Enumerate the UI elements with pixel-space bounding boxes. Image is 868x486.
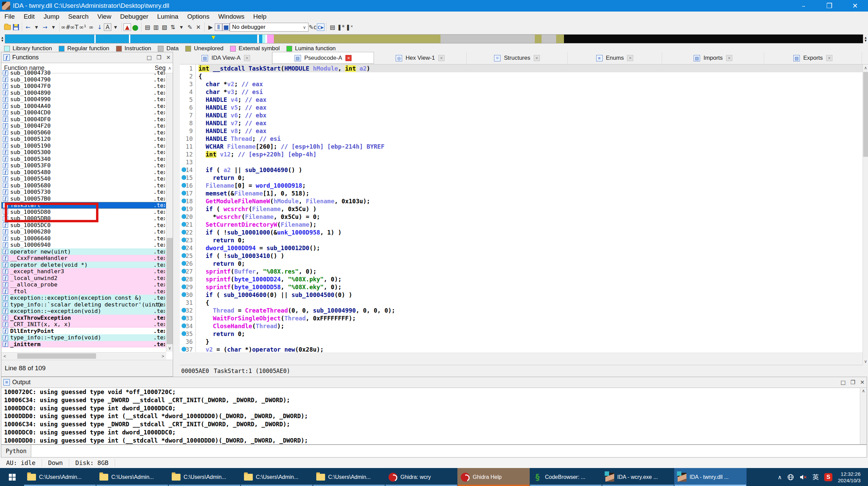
continue-icon[interactable]: c▸ <box>317 23 324 31</box>
scrollbar-thumb[interactable] <box>167 238 173 344</box>
taskbar-item-c-users-admin-[interactable]: C:\Users\Admin... <box>241 468 313 486</box>
menu-item-lumina[interactable]: Lumina <box>153 12 183 21</box>
function-row[interactable]: ftype_info::~type_info(void).tex <box>1 334 166 341</box>
code-line[interactable]: 34 CloseHandle(Thread); <box>180 322 863 330</box>
tab-close-icon[interactable]: ✕ <box>345 55 352 61</box>
function-row[interactable]: fsub_10006280.tex <box>1 228 166 235</box>
debugger-select[interactable]: No debugger ∨ <box>230 23 308 32</box>
code-line[interactable]: 5 HANDLE v4; // eax <box>180 96 863 104</box>
breakpoint-list-icon[interactable]: ❚* <box>337 23 345 32</box>
undefine-icon[interactable]: ✕ <box>194 23 203 32</box>
function-row[interactable]: fsub_10006940.tex <box>1 242 166 248</box>
tray-chevron-up-icon[interactable]: ∧ <box>778 474 782 481</box>
scrollbar-thumb[interactable] <box>17 353 96 359</box>
search-text-icon[interactable]: ∞T <box>70 23 78 32</box>
scroll-down-icon[interactable]: ∨ <box>863 358 868 365</box>
function-row[interactable]: f_local_unwind2.tex <box>1 275 166 282</box>
tab-pseudocode-a[interactable]: ▤Pseudocode-A✕ <box>272 52 374 64</box>
function-row[interactable]: ftype_info::`scalar deleting destructor'… <box>1 301 166 308</box>
function-row[interactable]: foperator new(uint).tex <box>1 248 166 255</box>
start-button[interactable] <box>0 468 24 486</box>
code-line[interactable]: 29 sprintf(byte_1000DD58, "%08X.eky", 0)… <box>180 283 863 291</box>
function-row[interactable]: f_CxxThrowException.tex <box>1 315 166 321</box>
code-line[interactable]: 23 return 0; <box>180 236 863 244</box>
function-row[interactable]: fsub_10005300.tex <box>1 149 166 156</box>
function-row[interactable]: fsub_100047F0.tex <box>1 83 166 90</box>
code-line[interactable]: 10 HANDLE Thread; // esi <box>180 135 863 143</box>
panel-float-icon[interactable]: ❐ <box>850 379 855 386</box>
ascii-dropdown-icon[interactable]: ▼ <box>111 23 120 32</box>
scroll-up-icon[interactable]: ∧ <box>863 64 868 71</box>
functions-panel-header[interactable]: f Functions □ ❐ ✕ <box>1 52 173 63</box>
tab-close-icon[interactable]: ✕ <box>726 55 732 61</box>
jump-next-icon[interactable]: ↓ <box>95 23 104 32</box>
function-row[interactable]: fsub_10005540.tex <box>1 175 166 182</box>
menu-item-help[interactable]: Help <box>249 12 271 21</box>
function-row[interactable]: f__alloca_probe.tex <box>1 281 166 288</box>
taskbar-item-c-users-admin-[interactable]: C:\Users\Admin... <box>313 468 385 486</box>
function-row[interactable]: fsub_10005120.tex <box>1 136 166 143</box>
code-line[interactable]: 32 Thread = CreateThread(0, 0, sub_10004… <box>180 306 863 314</box>
taskbar-item-ida-wcry-exe-[interactable]: IDA - wcry.exe ... <box>602 468 674 486</box>
output-panel-header[interactable]: ≡ Output □ ❐ ✕ <box>1 377 867 388</box>
function-row[interactable]: f__CxxFrameHandler.tex <box>1 255 166 262</box>
function-row[interactable]: fsub_10004F20.tex <box>1 123 166 129</box>
ida-view-icon[interactable]: ▲ <box>124 23 131 31</box>
panel-close-icon[interactable]: ✕ <box>166 54 171 61</box>
search-number-icon[interactable]: ∞# <box>61 23 70 32</box>
python-label[interactable]: Python <box>1 445 31 457</box>
code-line[interactable]: 11 WCHAR Filename[260]; // [esp+10h] [eb… <box>180 143 863 150</box>
search-immediate-icon[interactable]: ∞¹ <box>78 23 87 32</box>
code-line[interactable]: 26 return 0; <box>180 260 863 267</box>
menu-item-file[interactable]: File <box>0 12 19 21</box>
network-icon[interactable] <box>787 474 794 481</box>
taskbar-item-c-users-admin-[interactable]: C:\Users\Admin... <box>96 468 168 486</box>
code-line[interactable]: 31 { <box>180 299 863 306</box>
ime-language-indicator[interactable]: 英 <box>812 473 819 482</box>
menu-item-windows[interactable]: Windows <box>214 12 249 21</box>
create-struct-icon[interactable]: ▧ <box>160 23 169 32</box>
function-row[interactable]: fsub_10004DF0.tex <box>1 116 166 123</box>
scroll-right-icon[interactable]: > <box>159 354 166 359</box>
function-row[interactable]: f_except_handler3.tex <box>1 268 166 275</box>
code-line[interactable]: 8 HANDLE v7; // eax <box>180 119 863 127</box>
menu-item-options[interactable]: Options <box>183 12 214 21</box>
code-line[interactable]: 9 HANDLE v8; // eax <box>180 127 863 135</box>
function-row[interactable]: fsub_100053F0.tex <box>1 162 166 169</box>
code-line[interactable]: 30 if ( sub_10004600(0) || sub_10004500(… <box>180 291 863 299</box>
function-row[interactable]: fsub_10005680.tex <box>1 182 166 189</box>
function-row[interactable]: f_initterm.tex <box>1 341 166 348</box>
code-line[interactable]: 12 int v12; // [esp+220h] [ebp-4h] <box>180 150 863 158</box>
taskbar-item-c-users-admin-[interactable]: C:\Users\Admin... <box>24 468 96 486</box>
output-log[interactable]: 1000720C: using guessed type void *off_1… <box>1 388 860 444</box>
function-row[interactable]: fsub_10004890.tex <box>1 90 166 96</box>
menu-item-view[interactable]: View <box>93 12 116 21</box>
ascii-icon[interactable]: A <box>104 23 111 31</box>
code-line[interactable]: 19 if ( wcsrchr(Filename, 0x5Cu) ) <box>180 205 863 213</box>
menu-item-debugger[interactable]: Debugger <box>116 12 153 21</box>
close-button[interactable]: ✕ <box>842 0 868 12</box>
function-row[interactable]: fsub_10005340.tex <box>1 156 166 163</box>
menu-item-search[interactable]: Search <box>64 12 93 21</box>
band-left-arrows-icon[interactable]: ▲▼ <box>0 36 5 42</box>
forward-dropdown-icon[interactable]: ▼ <box>49 23 58 32</box>
function-row[interactable]: fsub_10004990.tex <box>1 96 166 103</box>
maximize-button[interactable]: ❐ <box>816 0 842 12</box>
function-row[interactable]: f_ftol.tex <box>1 288 166 295</box>
script-file-icon[interactable]: ▤ <box>328 23 337 32</box>
code-line[interactable]: 3 char *v2; // eax <box>180 80 863 88</box>
code-line[interactable]: 17 memset(&Filename[1], 0, 518); <box>180 189 863 197</box>
function-row[interactable]: fsub_10005730.tex <box>1 189 166 195</box>
tab-close-icon[interactable]: ✕ <box>627 55 633 61</box>
tab-ida-view-a[interactable]: ▤IDA View-A✕ <box>180 52 272 64</box>
taskbar-item-ghidra-wcry[interactable]: Ghidra: wcry <box>385 468 457 486</box>
code-line[interactable]: 33 WaitForSingleObject(Thread, 0xFFFFFFF… <box>180 314 863 322</box>
code-line[interactable]: 7 HANDLE v6; // ebx <box>180 111 863 119</box>
tab-close-icon[interactable]: ✕ <box>826 55 832 61</box>
function-row[interactable]: f_CRT_INIT(x, x, x).tex <box>1 321 166 328</box>
python-input[interactable] <box>31 445 867 457</box>
tab-exports[interactable]: ▤Exports✕ <box>764 52 862 64</box>
code-line[interactable]: 28 sprintf(byte_1000DD24, "%08X.pky", 0)… <box>180 275 863 283</box>
panel-maximize-icon[interactable]: □ <box>147 54 152 61</box>
taskbar-item-c-users-admin-[interactable]: C:\Users\Admin... <box>168 468 241 486</box>
